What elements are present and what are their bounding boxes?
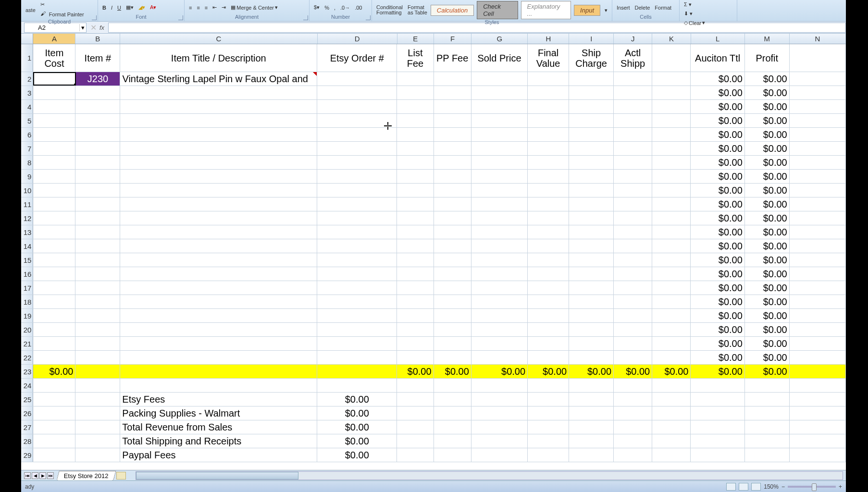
cell-A17[interactable] xyxy=(33,281,75,295)
cell-K7[interactable] xyxy=(652,142,691,155)
cell-I18[interactable] xyxy=(569,295,614,308)
col-F[interactable]: F xyxy=(434,34,471,44)
cell-B1[interactable]: Item # xyxy=(75,44,120,72)
cell-A14[interactable] xyxy=(33,239,75,253)
cell-L22[interactable]: $0.00 xyxy=(691,351,744,364)
row-header-29[interactable]: 29 xyxy=(21,448,33,462)
paste-button[interactable]: aste xyxy=(24,7,37,13)
cell-K21[interactable] xyxy=(652,337,691,350)
row-header-8[interactable]: 8 xyxy=(21,156,33,169)
cell-J6[interactable] xyxy=(614,128,652,141)
cell-C22[interactable] xyxy=(120,351,317,364)
cell-K4[interactable] xyxy=(652,100,691,113)
cell-N9[interactable] xyxy=(790,170,846,183)
cell-K29[interactable] xyxy=(652,448,691,462)
cell-N29[interactable] xyxy=(790,448,846,462)
cell-B14[interactable] xyxy=(75,239,120,253)
cell-K28[interactable] xyxy=(652,434,691,448)
cell-D21[interactable] xyxy=(317,337,397,350)
row-header-2[interactable]: 2 xyxy=(21,72,33,86)
col-I[interactable]: I xyxy=(569,34,614,44)
cell-B27[interactable] xyxy=(75,420,120,434)
cell-I4[interactable] xyxy=(569,100,614,113)
cell-K2[interactable] xyxy=(652,72,691,86)
cell-E27[interactable] xyxy=(397,420,434,434)
percent-button[interactable]: % xyxy=(323,4,331,11)
cell-C1[interactable]: Item Title / Description xyxy=(120,44,317,72)
cell-K13[interactable] xyxy=(652,225,691,239)
cell-I17[interactable] xyxy=(569,281,614,295)
cell-D29[interactable]: $0.00 xyxy=(317,448,397,462)
cell-J17[interactable] xyxy=(614,281,652,295)
cell-D10[interactable] xyxy=(317,184,397,197)
cell-F27[interactable] xyxy=(434,420,471,434)
cell-L5[interactable]: $0.00 xyxy=(691,114,744,127)
cell-N26[interactable] xyxy=(790,406,846,420)
cell-H5[interactable] xyxy=(528,114,569,127)
cell-L28[interactable] xyxy=(691,434,744,448)
cell-L21[interactable]: $0.00 xyxy=(691,337,744,350)
cell-F23[interactable]: $0.00 xyxy=(434,365,471,378)
cell-D8[interactable] xyxy=(317,156,397,169)
col-K[interactable]: K xyxy=(652,34,691,44)
cell-E6[interactable] xyxy=(397,128,434,141)
cell-I21[interactable] xyxy=(569,337,614,350)
row-header-17[interactable]: 17 xyxy=(21,281,33,295)
cell-L4[interactable]: $0.00 xyxy=(691,100,744,113)
cell-E14[interactable] xyxy=(397,239,434,253)
cell-J22[interactable] xyxy=(614,351,652,364)
cell-F8[interactable] xyxy=(434,156,471,169)
format-button[interactable]: Format xyxy=(653,4,673,11)
cell-A8[interactable] xyxy=(33,156,75,169)
cell-J5[interactable] xyxy=(614,114,652,127)
cell-F19[interactable] xyxy=(434,309,471,322)
cell-C29[interactable]: Paypal Fees xyxy=(120,448,317,462)
cell-D23[interactable] xyxy=(317,365,397,378)
cell-F13[interactable] xyxy=(434,225,471,239)
cell-E16[interactable] xyxy=(397,267,434,281)
cell-E23[interactable]: $0.00 xyxy=(397,365,434,378)
cell-A26[interactable] xyxy=(33,406,75,420)
cell-D15[interactable] xyxy=(317,253,397,267)
cell-F16[interactable] xyxy=(434,267,471,281)
cell-F17[interactable] xyxy=(434,281,471,295)
cell-G9[interactable] xyxy=(471,170,528,183)
cell-H27[interactable] xyxy=(528,420,569,434)
cell-B26[interactable] xyxy=(75,406,120,420)
cell-K24[interactable] xyxy=(652,379,691,392)
cell-E25[interactable] xyxy=(397,393,434,406)
cell-J11[interactable] xyxy=(614,197,652,211)
cell-M2[interactable]: $0.00 xyxy=(745,72,790,86)
cell-K15[interactable] xyxy=(652,253,691,267)
cell-L13[interactable]: $0.00 xyxy=(691,225,744,239)
cell-M18[interactable]: $0.00 xyxy=(745,295,790,308)
tab-last-button[interactable]: ⏭ xyxy=(47,472,54,479)
cell-M8[interactable]: $0.00 xyxy=(745,156,790,169)
cell-E10[interactable] xyxy=(397,184,434,197)
cell-C28[interactable]: Total Shipping and Receipts xyxy=(120,434,317,448)
style-check-cell[interactable]: Check Cell xyxy=(477,1,518,19)
cell-N11[interactable] xyxy=(790,197,846,211)
cell-H21[interactable] xyxy=(528,337,569,350)
cell-G11[interactable] xyxy=(471,197,528,211)
cell-N6[interactable] xyxy=(790,128,846,141)
alignment-launcher[interactable] xyxy=(303,15,308,20)
conditional-formatting-button[interactable]: Conditional Formatting xyxy=(375,4,404,16)
cell-E2[interactable] xyxy=(397,72,434,86)
underline-button[interactable]: U xyxy=(116,4,123,11)
cell-I1[interactable]: Ship Charge xyxy=(569,44,614,72)
cell-H20[interactable] xyxy=(528,323,569,336)
cell-A18[interactable] xyxy=(33,295,75,308)
tab-first-button[interactable]: ⏮ xyxy=(24,472,31,479)
cell-A2[interactable] xyxy=(33,72,75,86)
cell-M9[interactable]: $0.00 xyxy=(745,170,790,183)
cell-K1[interactable] xyxy=(652,44,691,72)
cell-N1[interactable] xyxy=(790,44,846,72)
cell-D18[interactable] xyxy=(317,295,397,308)
comma-button[interactable]: , xyxy=(333,4,337,11)
cell-G20[interactable] xyxy=(471,323,528,336)
cell-A10[interactable] xyxy=(33,184,75,197)
cell-C21[interactable] xyxy=(120,337,317,350)
row-header-23[interactable]: 23 xyxy=(21,365,33,378)
cell-L25[interactable] xyxy=(691,393,744,406)
